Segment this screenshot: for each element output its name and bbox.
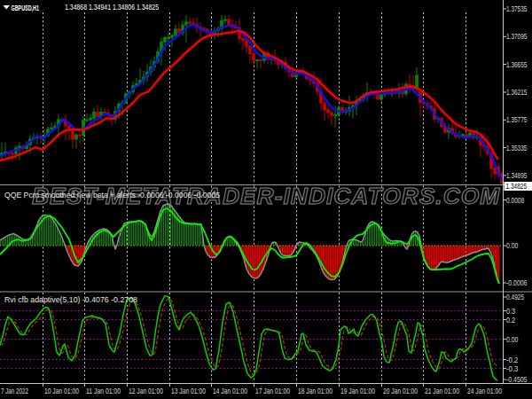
svg-text:10 Jan 01:00: 10 Jan 01:00	[44, 387, 79, 395]
svg-text:1.36655: 1.36655	[506, 60, 528, 69]
svg-text:-0.0006: -0.0006	[506, 278, 528, 287]
svg-text:0.4925: 0.4925	[506, 293, 524, 301]
svg-text:11 Jan 01:00: 11 Jan 01:00	[86, 387, 121, 395]
svg-text:20 Jan 01:00: 20 Jan 01:00	[383, 387, 418, 395]
svg-text:1.34868 1.34941 1.34806 1.3482: 1.34868 1.34941 1.34806 1.34825	[65, 3, 159, 12]
svg-text:7 Jan 2022: 7 Jan 2022	[1, 387, 28, 395]
svg-text:1.34825: 1.34825	[506, 182, 528, 191]
svg-text:21 Jan 01:00: 21 Jan 01:00	[425, 387, 459, 395]
svg-text:0.00: 0.00	[506, 241, 519, 250]
svg-text:0.2: 0.2	[506, 316, 515, 325]
svg-text:1.35775: 1.35775	[506, 115, 528, 124]
svg-text:1.34895: 1.34895	[506, 171, 528, 180]
svg-text:-0.2: -0.2	[506, 356, 519, 364]
svg-text:18 Jan 01:00: 18 Jan 01:00	[298, 387, 332, 395]
svg-text:QQE Pcm smoothed new beta + al: QQE Pcm smoothed new beta + alerts -0.00…	[4, 191, 220, 200]
svg-text:12 Jan 01:00: 12 Jan 01:00	[129, 387, 163, 395]
svg-text:14 Jan 01:00: 14 Jan 01:00	[213, 387, 247, 395]
svg-text:1.37095: 1.37095	[506, 32, 528, 41]
svg-text:1.37535: 1.37535	[506, 4, 528, 13]
svg-text:0.0008: 0.0008	[506, 196, 524, 205]
svg-text:24 Jan 01:00: 24 Jan 01:00	[467, 387, 502, 395]
svg-text:17 Jan 01:00: 17 Jan 01:00	[255, 387, 290, 395]
svg-text:0.3: 0.3	[506, 307, 515, 316]
svg-text:19 Jan 01:00: 19 Jan 01:00	[340, 387, 375, 395]
svg-text:13 Jan 01:00: 13 Jan 01:00	[171, 387, 206, 395]
svg-text:0.00: 0.00	[506, 335, 519, 344]
svg-text:1.36215: 1.36215	[506, 88, 528, 97]
svg-text:-0.4505: -0.4505	[506, 375, 528, 384]
svg-text:1.35335: 1.35335	[506, 144, 528, 153]
svg-text:Rvi cfb adaptive(5,10) -0.4076: Rvi cfb adaptive(5,10) -0.4076 -0.2708	[4, 295, 137, 304]
svg-text:-0.3: -0.3	[506, 364, 519, 373]
svg-text:GBPUSD,H1: GBPUSD,H1	[12, 4, 40, 12]
